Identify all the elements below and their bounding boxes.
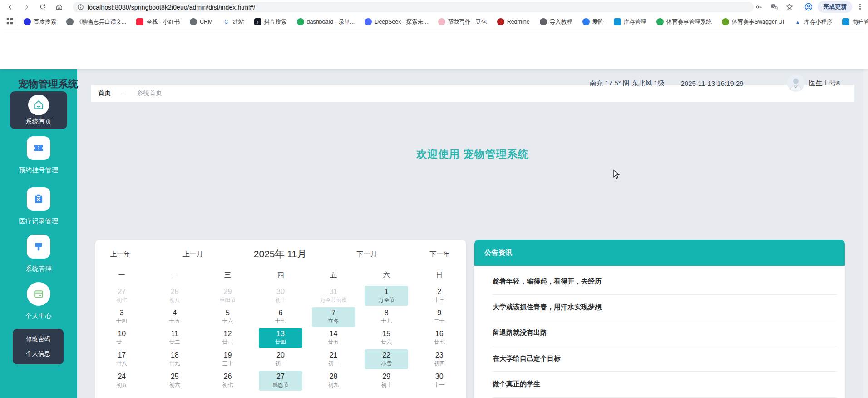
next-year-button[interactable]: 下一年 (430, 247, 450, 261)
calendar-day[interactable]: 30十一 (418, 371, 461, 391)
calendar-day-cell[interactable]: 10廿一 (95, 328, 148, 349)
bookmark-item[interactable]: 《聊斋志异白话文... (66, 18, 126, 26)
calendar-day[interactable]: 26初七 (206, 371, 249, 391)
address-bar[interactable]: localhost:8080/springboot8k2i0euo/admin/… (73, 2, 754, 12)
calendar-day-cell[interactable]: 19三十 (201, 349, 254, 370)
calendar-day-cell[interactable]: 30十一 (413, 370, 466, 391)
calendar-day-cell[interactable]: 5十六 (201, 307, 254, 328)
bookmark-item[interactable]: 体育赛事Swagger UI (722, 18, 784, 26)
calendar-day-cell[interactable]: 8十九 (360, 307, 413, 328)
calendar-day-cell[interactable]: 29重阳节 (201, 285, 254, 307)
calendar-day-cell[interactable]: 16廿七 (413, 328, 466, 349)
calendar-day[interactable]: 9二十 (418, 307, 461, 327)
calendar-day[interactable]: 2十三 (418, 286, 461, 306)
bookmark-item[interactable]: 全栈 - 小红书 (136, 18, 180, 26)
page-info-icon[interactable] (77, 4, 84, 10)
back-icon[interactable] (4, 1, 16, 13)
calendar-day-cell[interactable]: 12廿三 (201, 328, 254, 349)
calendar-day[interactable]: 13廿四 (259, 328, 302, 348)
chrome-menu-icon[interactable]: ⋮ (855, 3, 865, 11)
calendar-day[interactable]: 25初六 (153, 371, 197, 391)
calendar-day[interactable]: 1万圣节 (365, 286, 408, 306)
calendar-day[interactable]: 3十四 (100, 307, 143, 327)
calendar-day-cell[interactable]: 27初七 (95, 285, 148, 307)
calendar-day[interactable]: 17廿八 (100, 349, 143, 369)
calendar-day[interactable]: 4十五 (153, 307, 197, 327)
calendar-day-cell[interactable]: 6十七 (254, 307, 307, 328)
prev-year-button[interactable]: 上一年 (110, 247, 131, 261)
announcement-item[interactable]: 留退路就没有出路 (493, 320, 837, 346)
calendar-day-cell[interactable]: 28初八 (148, 285, 202, 307)
calendar-day[interactable]: 8十九 (365, 307, 408, 327)
sidebar-item-3[interactable]: 医疗记录管理 (0, 187, 77, 225)
calendar-day-cell[interactable]: 22小雪 (360, 349, 413, 370)
calendar-day-cell[interactable]: 28初九 (307, 370, 360, 391)
bookmark-item[interactable]: ▲库存小程序 (794, 18, 833, 26)
bookmark-item[interactable]: 帮我写作 - 豆包 (438, 18, 487, 26)
calendar-day[interactable]: 15廿六 (365, 328, 408, 348)
bookmark-item[interactable]: 导入教程 (540, 18, 572, 26)
user-avatar[interactable] (787, 75, 804, 92)
calendar-day[interactable]: 6十七 (259, 307, 302, 327)
bookmark-item[interactable]: 爱降 (582, 18, 604, 26)
home-icon[interactable] (53, 1, 65, 13)
calendar-day-cell[interactable]: 31万圣节前夜 (307, 285, 360, 307)
bookmark-item[interactable]: DeepSeek - 探索未... (365, 18, 428, 26)
bookmark-item[interactable]: ♪抖音搜索 (254, 18, 287, 26)
reload-icon[interactable] (36, 1, 49, 13)
calendar-day-cell[interactable]: 4十五 (148, 307, 202, 328)
calendar-day[interactable]: 14廿五 (312, 328, 355, 348)
calendar-day-cell[interactable]: 24初五 (95, 370, 148, 391)
calendar-day[interactable]: 7立冬 (312, 307, 355, 327)
bookmark-item[interactable]: 库存管理 (614, 18, 646, 26)
calendar-day[interactable]: 19三十 (206, 349, 249, 369)
calendar-day-cell[interactable]: 7立冬 (307, 307, 360, 328)
translate-icon[interactable]: 文A (768, 1, 780, 13)
sidebar-item-1[interactable]: 系统首页 (10, 91, 67, 129)
bookmark-star-icon[interactable] (783, 1, 796, 13)
calendar-day-cell[interactable]: 29初十 (360, 370, 413, 391)
calendar-day-cell[interactable]: 2十三 (413, 285, 466, 307)
calendar-day[interactable]: 28初八 (153, 286, 197, 306)
calendar-day[interactable]: 23初四 (418, 349, 461, 369)
calendar-day-cell[interactable]: 13廿四 (254, 328, 307, 349)
calendar-day-cell[interactable]: 20初一 (254, 349, 307, 370)
sidebar-submenu-item[interactable]: 个人信息 (26, 350, 50, 358)
bookmark-item[interactable]: G建站 (223, 18, 244, 26)
apps-grid-icon[interactable] (6, 18, 13, 26)
calendar-day-cell[interactable]: 9二十 (413, 307, 466, 328)
breadcrumb-home[interactable]: 首页 (98, 89, 111, 97)
calendar-day-cell[interactable]: 25初六 (148, 370, 202, 391)
calendar-day[interactable]: 28初九 (312, 371, 355, 391)
page-scrollbar[interactable] (863, 30, 868, 398)
prev-month-button[interactable]: 上一月 (183, 247, 203, 261)
calendar-day-cell[interactable]: 11廿二 (148, 328, 202, 349)
bookmark-item[interactable]: dashboard - 录单... (297, 18, 355, 26)
calendar-day-cell[interactable]: 27感恩节 (254, 370, 307, 391)
bookmark-item[interactable]: Redmine (497, 18, 530, 25)
calendar-day[interactable]: 29初十 (365, 371, 408, 391)
calendar-day[interactable]: 20初一 (259, 349, 302, 369)
announcement-item[interactable]: 趁着年轻，输得起，看得开，去经历 (493, 269, 837, 295)
calendar-day[interactable]: 16廿七 (418, 328, 461, 348)
calendar-day[interactable]: 27感恩节 (259, 371, 302, 391)
bookmark-item[interactable]: 商户管理 (842, 18, 868, 26)
calendar-day[interactable]: 24初五 (100, 371, 143, 391)
profile-icon[interactable] (802, 1, 815, 13)
announcement-item[interactable]: 做个真正的学生 (493, 372, 837, 398)
calendar-day-cell[interactable]: 14廿五 (307, 328, 360, 349)
calendar-day-cell[interactable]: 15廿六 (360, 328, 413, 349)
calendar-day[interactable]: 22小雪 (365, 349, 408, 369)
calendar-day-cell[interactable]: 30初十 (254, 285, 307, 307)
password-key-icon[interactable] (752, 1, 765, 13)
calendar-day-cell[interactable]: 1万圣节 (360, 285, 413, 307)
bookmark-item[interactable]: 百度搜索 (24, 18, 56, 26)
calendar-day[interactable]: 10廿一 (100, 328, 143, 348)
bookmarks-overflow-icon[interactable]: » (856, 17, 860, 25)
chrome-update-button[interactable]: 完成更新 (818, 1, 852, 13)
calendar-day-cell[interactable]: 23初四 (413, 349, 466, 370)
sidebar-item-5[interactable]: 个人中心 (0, 282, 77, 320)
calendar-day-cell[interactable]: 26初七 (201, 370, 254, 391)
calendar-day[interactable]: 12廿三 (206, 328, 249, 348)
next-month-button[interactable]: 下一月 (357, 247, 377, 261)
